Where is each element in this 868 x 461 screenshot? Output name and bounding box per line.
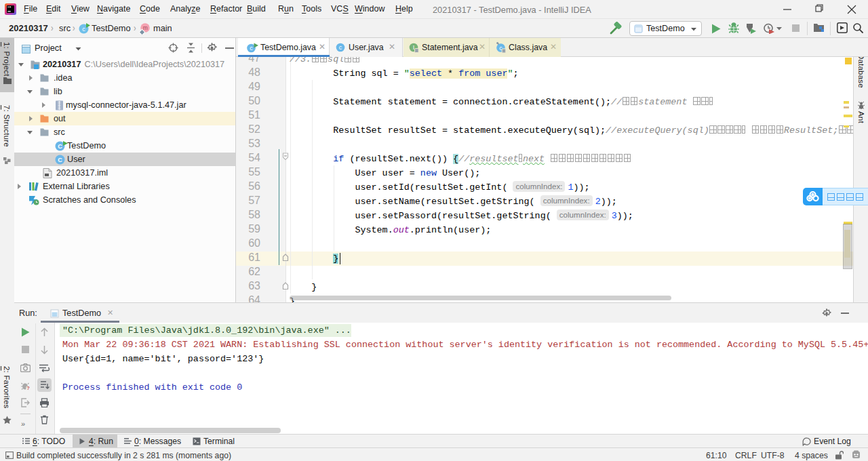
- svg-text:?: ?: [26, 385, 30, 390]
- svg-text:C: C: [58, 157, 62, 163]
- svg-text:c: c: [339, 44, 342, 51]
- svg-text:m: m: [143, 24, 148, 31]
- svg-text:c: c: [82, 26, 85, 33]
- svg-text:C: C: [58, 143, 62, 150]
- svg-text:I: I: [413, 44, 415, 51]
- svg-text:c: c: [250, 45, 253, 52]
